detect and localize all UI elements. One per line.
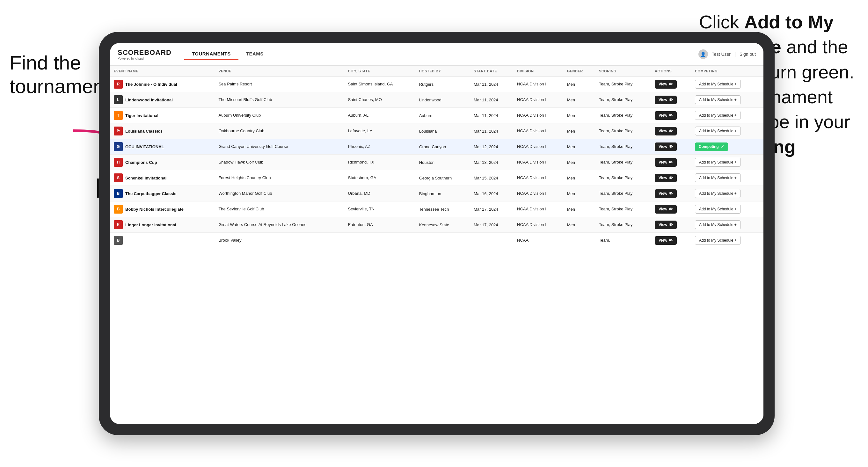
- venue-cell: Worthington Manor Golf Club: [215, 186, 344, 201]
- venue-cell: The Missouri Bluffs Golf Club: [215, 92, 344, 108]
- header-right: 👤 Test User | Sign out: [699, 50, 756, 59]
- event-name-cell-7: B The Carpetbagger Classic: [110, 186, 215, 201]
- division-cell: NCAA Division I: [513, 76, 563, 92]
- col-gender: GENDER: [563, 66, 595, 76]
- add-to-schedule-button[interactable]: Add to My Schedule +: [695, 127, 741, 135]
- add-to-schedule-button[interactable]: Add to My Schedule +: [695, 220, 741, 229]
- scoring-cell: Team, Stroke Play: [595, 76, 651, 92]
- scoring-cell: Team, Stroke Play: [595, 108, 651, 123]
- team-logo: B: [114, 236, 123, 245]
- eye-icon: 👁: [669, 82, 673, 87]
- view-button[interactable]: View 👁: [655, 143, 677, 151]
- add-to-schedule-button[interactable]: Add to My Schedule +: [695, 80, 741, 89]
- annotation-left: Find the tournament.: [9, 51, 112, 98]
- team-logo: L: [114, 95, 123, 104]
- signout-link[interactable]: Sign out: [740, 52, 756, 57]
- team-logo: R: [114, 80, 123, 89]
- view-button[interactable]: View 👁: [655, 236, 677, 245]
- city-state-cell: Auburn, AL: [344, 108, 415, 123]
- hosted-by-cell: Binghamton: [415, 186, 470, 201]
- competing-cell: Add to My Schedule +: [691, 108, 764, 123]
- competing-cell: Add to My Schedule +: [691, 155, 764, 170]
- add-to-schedule-button[interactable]: Add to My Schedule +: [695, 205, 741, 214]
- add-to-schedule-button[interactable]: Add to My Schedule +: [695, 111, 741, 120]
- view-button[interactable]: View 👁: [655, 174, 677, 182]
- gender-cell: Men: [563, 170, 595, 186]
- view-button[interactable]: View 👁: [655, 221, 677, 229]
- actions-cell: View 👁: [651, 108, 691, 123]
- start-date-cell: Mar 16, 2024: [470, 186, 513, 201]
- table-row: R The Johnnie - O Individual Sea Palms R…: [110, 76, 764, 92]
- event-name-cell-2: T Tiger Invitational: [110, 108, 215, 123]
- event-name-cell-0: R The Johnnie - O Individual: [110, 76, 215, 92]
- hosted-by-cell: Rutgers: [415, 76, 470, 92]
- actions-cell: View 👁: [651, 123, 691, 139]
- event-name-cell-6: S Schenkel Invitational: [110, 170, 215, 186]
- add-to-schedule-button[interactable]: Add to My Schedule +: [695, 95, 741, 104]
- view-button[interactable]: View 👁: [655, 96, 677, 104]
- division-cell: NCAA Division I: [513, 155, 563, 170]
- col-hosted-by: HOSTED BY: [415, 66, 470, 76]
- hosted-by-cell: Auburn: [415, 108, 470, 123]
- gender-cell: [563, 233, 595, 248]
- table-row: T Tiger Invitational Auburn University C…: [110, 108, 764, 123]
- hosted-by-cell: Houston: [415, 155, 470, 170]
- view-button[interactable]: View 👁: [655, 189, 677, 198]
- view-button[interactable]: View 👁: [655, 111, 677, 120]
- tab-tournaments[interactable]: TOURNAMENTS: [184, 49, 239, 60]
- start-date-cell: Mar 17, 2024: [470, 201, 513, 217]
- start-date-cell: Mar 15, 2024: [470, 170, 513, 186]
- tournaments-table: EVENT NAME VENUE CITY, STATE HOSTED BY S…: [110, 66, 764, 248]
- add-to-schedule-button[interactable]: Add to My Schedule +: [695, 158, 741, 167]
- tab-teams[interactable]: TEAMS: [239, 49, 271, 60]
- city-state-cell: Lafayette, LA: [344, 123, 415, 139]
- hosted-by-cell: [415, 233, 470, 248]
- actions-cell: View 👁: [651, 170, 691, 186]
- col-venue: VENUE: [215, 66, 344, 76]
- venue-cell: The Sevierville Golf Club: [215, 201, 344, 217]
- checkmark-icon: ✓: [721, 145, 724, 149]
- add-to-schedule-button[interactable]: Add to My Schedule +: [695, 236, 741, 245]
- division-cell: NCAA Division I: [513, 170, 563, 186]
- view-button[interactable]: View 👁: [655, 205, 677, 214]
- venue-cell: Oakbourne Country Club: [215, 123, 344, 139]
- actions-cell: View 👁: [651, 76, 691, 92]
- competing-cell: Add to My Schedule +: [691, 123, 764, 139]
- competing-cell: Add to My Schedule +: [691, 186, 764, 201]
- competing-button[interactable]: Competing ✓: [695, 143, 728, 151]
- view-button[interactable]: View 👁: [655, 127, 677, 135]
- team-logo: T: [114, 111, 123, 120]
- city-state-cell: Saint Charles, MO: [344, 92, 415, 108]
- scoring-cell: Team, Stroke Play: [595, 186, 651, 201]
- logo-title: SCOREBOARD: [118, 49, 172, 57]
- table-row: H Champions Cup Shadow Hawk Golf ClubRic…: [110, 155, 764, 170]
- logo-area: SCOREBOARD Powered by clippd: [118, 49, 172, 60]
- add-to-schedule-button[interactable]: Add to My Schedule +: [695, 189, 741, 198]
- hosted-by-cell: Louisiana: [415, 123, 470, 139]
- team-logo: H: [114, 158, 123, 167]
- competing-cell: Add to My Schedule +: [691, 201, 764, 217]
- table-container: EVENT NAME VENUE CITY, STATE HOSTED BY S…: [110, 66, 764, 424]
- col-competing: COMPETING: [691, 66, 764, 76]
- event-name-text: Tiger Invitational: [125, 113, 158, 118]
- gender-cell: Men: [563, 108, 595, 123]
- add-to-schedule-button[interactable]: Add to My Schedule +: [695, 174, 741, 182]
- hosted-by-cell: Grand Canyon: [415, 139, 470, 155]
- event-name-text: Louisiana Classics: [125, 129, 162, 133]
- scoring-cell: Team, Stroke Play: [595, 201, 651, 217]
- scoring-cell: Team, Stroke Play: [595, 170, 651, 186]
- actions-cell: View 👁: [651, 217, 691, 233]
- gender-cell: Men: [563, 155, 595, 170]
- table-row: S Schenkel Invitational Forest Heights C…: [110, 170, 764, 186]
- eye-icon: 👁: [669, 176, 673, 180]
- eye-icon: 👁: [669, 145, 673, 149]
- col-start-date: START DATE: [470, 66, 513, 76]
- division-cell: NCAA Division I: [513, 123, 563, 139]
- actions-cell: View 👁: [651, 186, 691, 201]
- team-logo: K: [114, 220, 123, 229]
- hosted-by-cell: Lindenwood: [415, 92, 470, 108]
- actions-cell: View 👁: [651, 155, 691, 170]
- view-button[interactable]: View 👁: [655, 80, 677, 89]
- view-button[interactable]: View 👁: [655, 158, 677, 167]
- separator: |: [735, 52, 736, 57]
